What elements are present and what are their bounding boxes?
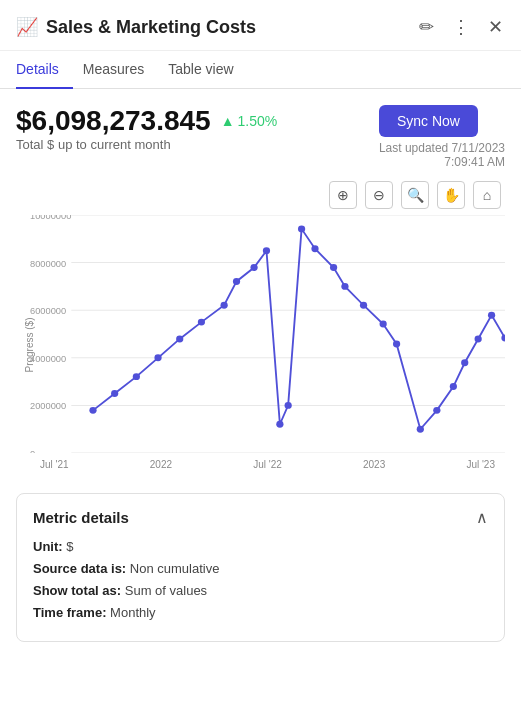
chevron-up-icon[interactable]: ∧ bbox=[476, 508, 488, 527]
svg-point-33 bbox=[450, 383, 457, 390]
chart-area: 10000000 8000000 6000000 4000000 2000000… bbox=[30, 215, 505, 453]
metric-details-title: Metric details bbox=[33, 509, 129, 526]
svg-point-30 bbox=[393, 340, 400, 347]
svg-point-20 bbox=[250, 264, 257, 271]
svg-point-29 bbox=[380, 321, 387, 328]
x-label-jul22: Jul '22 bbox=[253, 459, 282, 470]
zoom-reset-button[interactable]: 🔍 bbox=[401, 181, 429, 209]
x-label-jul23: Jul '23 bbox=[466, 459, 495, 470]
metric-value: $6,098,273.845 bbox=[16, 105, 211, 137]
detail-row-unit: Unit: $ bbox=[33, 539, 488, 554]
svg-point-19 bbox=[233, 278, 240, 285]
tab-table-view[interactable]: Table view bbox=[168, 51, 247, 89]
svg-point-13 bbox=[111, 390, 118, 397]
x-label-jul21: Jul '21 bbox=[40, 459, 69, 470]
svg-text:4000000: 4000000 bbox=[30, 354, 66, 364]
svg-text:2000000: 2000000 bbox=[30, 402, 66, 412]
tabs-bar: Details Measures Table view bbox=[0, 51, 521, 89]
header: 📈 Sales & Marketing Costs ✏ ⋮ ✕ bbox=[0, 0, 521, 51]
chart-controls: ⊕ ⊖ 🔍 ✋ ⌂ bbox=[16, 173, 505, 211]
svg-point-22 bbox=[276, 421, 283, 428]
page-title: Sales & Marketing Costs bbox=[46, 17, 256, 38]
last-updated: Last updated 7/11/2023 7:09:41 AM bbox=[379, 141, 505, 169]
svg-point-21 bbox=[263, 247, 270, 254]
svg-point-32 bbox=[433, 407, 440, 414]
zoom-out-button[interactable]: ⊖ bbox=[365, 181, 393, 209]
svg-point-18 bbox=[221, 302, 228, 309]
pan-button[interactable]: ✋ bbox=[437, 181, 465, 209]
metric-row: $6,098,273.845 ▲ 1.50% Total $ up to cur… bbox=[16, 105, 505, 169]
tab-details[interactable]: Details bbox=[16, 51, 73, 89]
home-button[interactable]: ⌂ bbox=[473, 181, 501, 209]
detail-row-timeframe: Time frame: Monthly bbox=[33, 605, 488, 620]
zoom-in-button[interactable]: ⊕ bbox=[329, 181, 357, 209]
svg-point-26 bbox=[330, 264, 337, 271]
svg-text:8000000: 8000000 bbox=[30, 259, 66, 269]
metric-subtitle: Total $ up to current month bbox=[16, 137, 277, 152]
edit-button[interactable]: ✏ bbox=[417, 14, 436, 40]
svg-point-17 bbox=[198, 319, 205, 326]
metric-change: ▲ 1.50% bbox=[221, 113, 278, 129]
sync-now-button[interactable]: Sync Now bbox=[379, 105, 478, 137]
svg-text:6000000: 6000000 bbox=[30, 306, 66, 316]
header-title-area: 📈 Sales & Marketing Costs bbox=[16, 16, 417, 38]
chart-svg: 10000000 8000000 6000000 4000000 2000000… bbox=[30, 215, 505, 453]
trend-icon: 📈 bbox=[16, 16, 38, 38]
svg-point-16 bbox=[176, 335, 183, 342]
svg-point-24 bbox=[298, 225, 305, 232]
metric-value-area: $6,098,273.845 ▲ 1.50% Total $ up to cur… bbox=[16, 105, 277, 156]
svg-point-31 bbox=[417, 426, 424, 433]
up-arrow-icon: ▲ bbox=[221, 113, 235, 129]
svg-point-34 bbox=[461, 359, 468, 366]
sync-area: Sync Now Last updated 7/11/2023 7:09:41 … bbox=[379, 105, 505, 169]
svg-point-12 bbox=[89, 407, 96, 414]
main-content: $6,098,273.845 ▲ 1.50% Total $ up to cur… bbox=[0, 89, 521, 642]
header-icons: ✏ ⋮ ✕ bbox=[417, 14, 505, 40]
tab-measures[interactable]: Measures bbox=[83, 51, 158, 89]
detail-row-show-total: Show total as: Sum of values bbox=[33, 583, 488, 598]
x-label-2023: 2023 bbox=[363, 459, 385, 470]
svg-point-15 bbox=[154, 354, 161, 361]
svg-point-23 bbox=[285, 402, 292, 409]
svg-point-25 bbox=[311, 245, 318, 252]
x-axis-labels: Jul '21 2022 Jul '22 2023 Jul '23 bbox=[30, 453, 505, 475]
detail-row-source: Source data is: Non cumulative bbox=[33, 561, 488, 576]
svg-point-14 bbox=[133, 373, 140, 380]
x-label-2022: 2022 bbox=[150, 459, 172, 470]
more-button[interactable]: ⋮ bbox=[450, 14, 472, 40]
chart-wrapper: Progress ($) 10000000 8000000 6000000 40… bbox=[16, 215, 505, 475]
metric-details-section: Metric details ∧ Unit: $ Source data is:… bbox=[16, 493, 505, 642]
close-button[interactable]: ✕ bbox=[486, 14, 505, 40]
svg-point-36 bbox=[488, 312, 495, 319]
svg-point-27 bbox=[341, 283, 348, 290]
metric-details-header: Metric details ∧ bbox=[33, 508, 488, 527]
svg-text:10000000: 10000000 bbox=[30, 215, 71, 221]
svg-point-35 bbox=[475, 335, 482, 342]
svg-point-37 bbox=[501, 334, 505, 341]
svg-point-28 bbox=[360, 302, 367, 309]
